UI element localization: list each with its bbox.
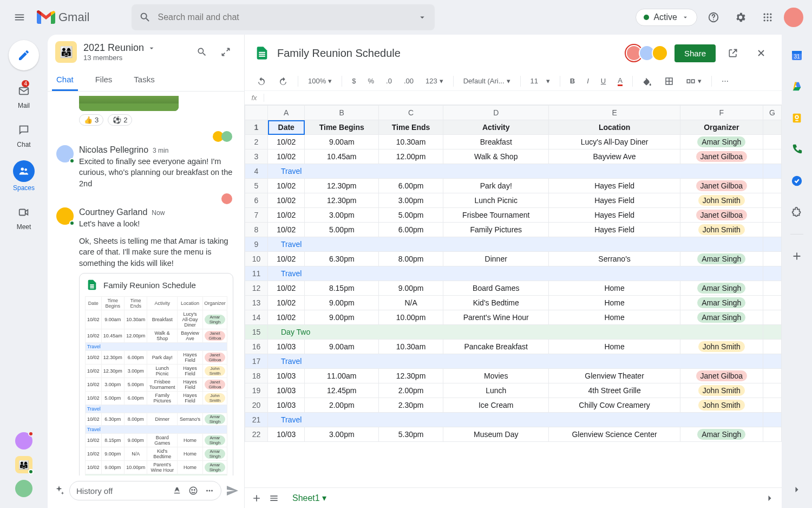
cell[interactable]: Glenview Theater (549, 369, 680, 383)
sender-avatar[interactable] (56, 145, 74, 162)
cell[interactable]: John Smith (680, 193, 763, 208)
collaborators[interactable] (629, 45, 668, 61)
more-button[interactable]: ⋯ (719, 75, 731, 87)
cell[interactable]: John Smith (680, 340, 763, 354)
dec-dec-button[interactable]: .0 (384, 75, 394, 87)
sender-avatar[interactable] (56, 207, 74, 225)
inc-dec-button[interactable]: .00 (402, 75, 416, 87)
row-header[interactable]: 14 (245, 310, 268, 325)
cell[interactable]: 10/02 (268, 149, 305, 164)
cell[interactable]: 6.00pm (379, 179, 443, 193)
space-avatar[interactable]: 👨‍👩‍👧 (55, 41, 77, 63)
cell[interactable]: Amar Singh (680, 281, 763, 296)
row-header[interactable]: 5 (245, 179, 268, 193)
cell[interactable]: Lunch (443, 383, 549, 398)
cell[interactable]: Frisbee Tournament (443, 208, 549, 223)
cell[interactable]: Bayview Ave (549, 149, 680, 164)
gmail-logo[interactable]: Gmail (37, 10, 89, 24)
emoji-icon[interactable] (188, 486, 198, 496)
cell[interactable]: 10/03 (268, 427, 305, 442)
cell[interactable]: 3.00pm (305, 208, 379, 223)
sheet-title[interactable]: Family Reunion Schedule (277, 47, 401, 60)
cell[interactable]: 9.00am (305, 340, 379, 354)
cell[interactable]: 2.30pm (379, 398, 443, 413)
expand-arrow[interactable] (764, 493, 775, 504)
cell[interactable]: 2.00pm (379, 383, 443, 398)
section-row[interactable]: Travel (268, 354, 763, 369)
cell[interactable]: 10/02 (268, 296, 305, 310)
cell[interactable]: 5.00pm (379, 208, 443, 223)
cell[interactable]: Family Pictures (443, 223, 549, 237)
cell[interactable]: Home (549, 281, 680, 296)
row-header[interactable]: 8 (245, 223, 268, 237)
presence-selector[interactable]: Active (636, 9, 697, 26)
close-button[interactable] (750, 42, 772, 64)
add-app-button[interactable] (787, 246, 807, 266)
cell[interactable]: Breakfast (443, 135, 549, 149)
cell[interactable]: Hayes Field (549, 208, 680, 223)
cell[interactable]: Lunch Picnic (443, 193, 549, 208)
cell[interactable]: 8.00pm (379, 252, 443, 266)
cell[interactable]: 12.30pm (305, 179, 379, 193)
zoom-select[interactable]: 100% ▾ (306, 75, 334, 87)
cell[interactable]: 10.45am (305, 149, 379, 164)
more-icon[interactable] (205, 486, 214, 496)
cell[interactable]: 10/02 (268, 193, 305, 208)
row-header[interactable]: 16 (245, 340, 268, 354)
hide-side-panel[interactable] (787, 480, 807, 499)
cell[interactable]: Museum Day (443, 427, 549, 442)
row-header[interactable]: 6 (245, 193, 268, 208)
cell[interactable]: Janet Gilboa (680, 179, 763, 193)
cell[interactable]: Amar Singh (680, 310, 763, 325)
font-size-select[interactable]: 11 ▾ (528, 75, 552, 87)
cell[interactable]: John Smith (680, 223, 763, 237)
row-header[interactable]: 1 (245, 120, 268, 135)
nav-mail[interactable]: 4 Mail (6, 82, 41, 109)
row-header[interactable]: 3 (245, 149, 268, 164)
row-header[interactable]: 17 (245, 354, 268, 369)
cell[interactable]: 9.00am (305, 135, 379, 149)
cell[interactable]: 10/02 (268, 179, 305, 193)
row-header[interactable]: 10 (245, 252, 268, 266)
tab-tasks[interactable]: Tasks (129, 69, 159, 91)
image-attachment[interactable] (79, 96, 179, 111)
row-header[interactable]: 19 (245, 383, 268, 398)
currency-button[interactable]: $ (350, 75, 358, 87)
row-header[interactable]: 20 (245, 398, 268, 413)
drive-app[interactable] (787, 77, 807, 96)
header-cell[interactable]: Time Begins (305, 120, 379, 135)
cell[interactable]: Parent's Wine Hour (443, 310, 549, 325)
compose-button[interactable] (9, 40, 39, 70)
header-cell[interactable]: Date (268, 120, 305, 135)
cell[interactable]: 5.30pm (379, 427, 443, 442)
cell[interactable]: 10.30am (379, 340, 443, 354)
reaction[interactable]: 👍3 (79, 114, 103, 126)
collapse-button[interactable] (215, 41, 237, 63)
row-header[interactable]: 13 (245, 296, 268, 310)
format-icon[interactable] (172, 486, 182, 496)
more-formats-button[interactable]: 123▾ (423, 75, 446, 87)
underline-button[interactable]: U (599, 75, 608, 87)
cell[interactable]: Home (549, 296, 680, 310)
borders-button[interactable] (662, 74, 676, 88)
cell[interactable]: 10/02 (268, 223, 305, 237)
cell[interactable]: Kid's Bedtime (443, 296, 549, 310)
column-header[interactable]: E (549, 106, 680, 120)
spreadsheet-grid[interactable]: ABCDEFG1DateTime BeginsTime EndsActivity… (245, 105, 782, 487)
cell[interactable]: 10/02 (268, 208, 305, 223)
header-cell[interactable]: Location (549, 120, 680, 135)
section-row[interactable]: Travel (268, 413, 763, 427)
cell[interactable]: John Smith (680, 398, 763, 413)
italic-button[interactable]: I (585, 75, 591, 87)
cell[interactable]: 6.30pm (305, 252, 379, 266)
send-icon[interactable] (226, 484, 239, 497)
cell[interactable]: Janet Gilboa (680, 369, 763, 383)
cell[interactable]: Park day! (443, 179, 549, 193)
pinned-space[interactable]: 👨‍👩‍👧 (15, 456, 32, 473)
section-row[interactable]: Travel (268, 237, 763, 252)
compose-input[interactable]: History off (69, 481, 221, 500)
pinned-avatar[interactable] (15, 480, 32, 497)
cell[interactable]: Hayes Field (549, 193, 680, 208)
main-menu-button[interactable] (9, 6, 30, 28)
cell[interactable]: 12.30pm (379, 369, 443, 383)
